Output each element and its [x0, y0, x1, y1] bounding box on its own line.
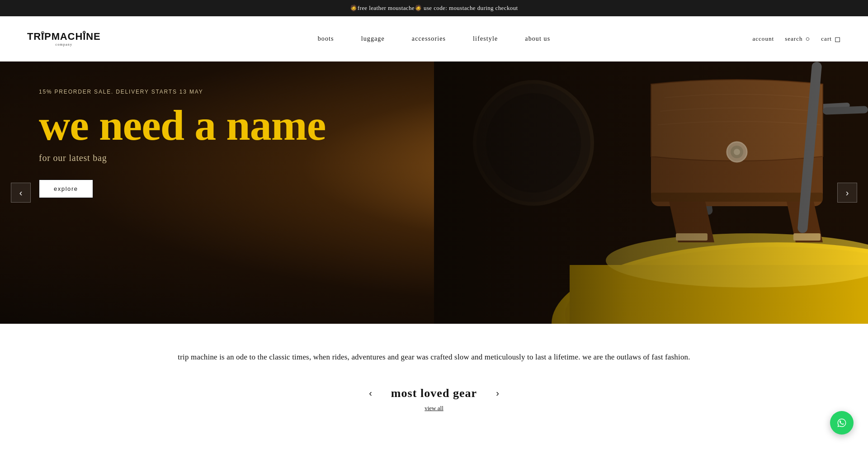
nav-item-accessories[interactable]: accessories — [412, 35, 446, 43]
announcement-text: 🧔free leather moustache🧔 use code: moust… — [350, 5, 518, 11]
main-nav: boots luggage accessories lifestyle abou… — [318, 35, 551, 43]
search-link[interactable]: search ○ — [785, 35, 810, 43]
logo-sub: company — [27, 43, 101, 47]
account-link[interactable]: account — [752, 35, 774, 43]
search-label: search — [785, 35, 802, 43]
nav-right: account search ○ cart ◻ — [752, 35, 841, 43]
whatsapp-fab[interactable] — [830, 411, 854, 435]
logo[interactable]: TRI⊙PMACHI⚙NE company — [27, 32, 101, 47]
hero-preorder-label: 15% PREORDER SALE. DELIVERY STARTS 13 MA… — [39, 89, 326, 95]
hero-cta-button[interactable]: explore — [39, 180, 93, 198]
hero-subline: for our latest bag — [39, 153, 326, 163]
search-icon: ○ — [806, 35, 811, 43]
header: TRI⊙PMACHI⚙NE company boots luggage acce… — [0, 16, 868, 61]
slider-next-button[interactable]: › — [837, 183, 857, 203]
cart-link[interactable]: cart ◻ — [821, 35, 841, 43]
slider-prev-button[interactable]: ‹ — [11, 183, 31, 203]
hero-image-svg — [434, 61, 868, 324]
gear-view-all-link[interactable]: view all — [0, 405, 868, 412]
logo-name: TRI⊙PMACHI⚙NE — [27, 32, 101, 42]
announcement-bar: 🧔free leather moustache🧔 use code: moust… — [0, 0, 868, 16]
gear-header: ‹ most loved gear › — [0, 382, 868, 403]
gear-section: ‹ most loved gear › view all — [0, 382, 868, 421]
gear-prev-button[interactable]: ‹ — [364, 386, 377, 400]
tagline-section: trip machine is an ode to the classic ti… — [0, 324, 868, 382]
tagline-text: trip machine is an ode to the classic ti… — [90, 351, 778, 364]
svg-point-20 — [835, 416, 848, 429]
whatsapp-icon — [835, 416, 848, 429]
cart-icon: ◻ — [835, 35, 841, 43]
gear-next-button[interactable]: › — [491, 386, 504, 400]
gear-title: most loved gear — [391, 387, 477, 400]
nav-item-lifestyle[interactable]: lifestyle — [473, 35, 498, 43]
cart-label: cart — [821, 35, 832, 43]
nav-item-about-us[interactable]: about us — [525, 35, 550, 43]
nav-item-boots[interactable]: boots — [318, 35, 334, 43]
hero-slider: 15% PREORDER SALE. DELIVERY STARTS 13 MA… — [0, 61, 868, 324]
svg-rect-19 — [434, 61, 868, 324]
hero-content: 15% PREORDER SALE. DELIVERY STARTS 13 MA… — [0, 61, 326, 198]
hero-headline: we need a name — [39, 103, 326, 147]
nav-item-luggage[interactable]: luggage — [361, 35, 385, 43]
